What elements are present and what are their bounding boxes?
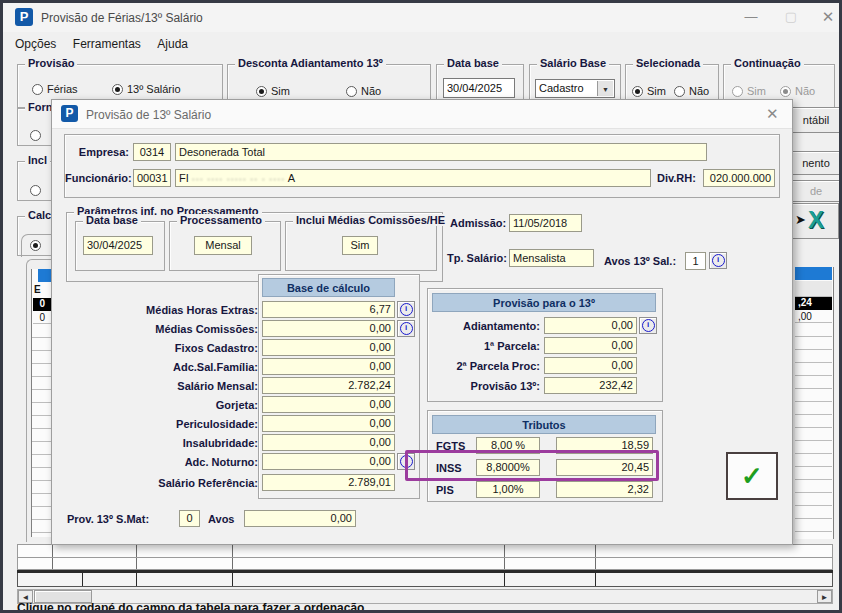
radio-continuacao-sim-circle (732, 86, 743, 97)
radio-desconta-sim[interactable]: Sim (256, 81, 290, 99)
prov-mat-avos-field[interactable]: 0,00 (244, 510, 356, 527)
bc-row-field[interactable]: 2.789,01 (262, 474, 395, 491)
radio-continuacao-sim: Sim (732, 81, 766, 99)
prov-mat-field[interactable]: 0 (179, 510, 200, 527)
tributos-box: Tributos FGTS 8,00 % 18,59 INSS 8,8000% … (427, 410, 663, 502)
menu-ajuda[interactable]: Ajuda (151, 32, 194, 56)
excel-export-button[interactable]: ➤ X (791, 203, 839, 239)
empresa-name-field[interactable]: Desonerada Total (175, 143, 707, 161)
bc-row-field[interactable]: 0,00 (262, 415, 395, 432)
p13-info-button[interactable]: i (639, 317, 657, 334)
scroll-right-icon[interactable]: ► (817, 590, 832, 603)
avos-label: Avos 13º Sal.: (604, 255, 676, 267)
dialog-provisao-13: P Provisão de 13º Salário ✕ Empresa: 031… (51, 99, 793, 545)
div-rh-label: Div.RH: (657, 172, 696, 184)
table-row[interactable] (17, 557, 833, 570)
bg-button-processamento[interactable]: nento (791, 151, 841, 175)
bc-row-field[interactable]: 0,00 (262, 434, 395, 451)
avos-info-button[interactable]: i (709, 252, 727, 269)
radio-selecionada-nao-circle[interactable] (674, 86, 685, 97)
close-button[interactable]: ✕ (815, 7, 841, 27)
p13-row-field[interactable]: 232,42 (544, 377, 637, 394)
bg-button-contabil[interactable]: ntábil (791, 107, 841, 133)
bc-row-field[interactable]: 0,00 (262, 358, 395, 375)
avos-field[interactable]: 1 (685, 252, 706, 270)
bg-grid-right-row[interactable]: ,00 (795, 311, 832, 323)
radio-ferias-label: Férias (47, 83, 78, 95)
chevron-down-icon[interactable]: ▼ (597, 81, 613, 96)
bg-radio-fragment (30, 185, 41, 196)
p13-row-field[interactable]: 0,00 (544, 357, 637, 374)
dialog-title: Provisão de 13º Salário (86, 106, 211, 124)
menu-ferramentas[interactable]: Ferramentas (67, 32, 147, 56)
dialog-title-bar: P Provisão de 13º Salário ✕ (52, 100, 792, 129)
bc-info-button[interactable]: i (397, 453, 415, 470)
parametros-processamento-label: Processamento (177, 214, 265, 226)
bg-grid-left-header: E (34, 284, 52, 296)
radio-selecionada-nao[interactable]: Não (674, 81, 709, 99)
p13-row-field[interactable]: 0,00 (544, 337, 637, 354)
bc-info-button[interactable]: i (397, 320, 415, 337)
bg-grid-left-selected-row[interactable]: 0 (33, 298, 52, 311)
parametros-data-base-field[interactable]: 30/04/2025 (83, 236, 153, 255)
tp-salario-label: Tp. Salário: (447, 252, 507, 264)
group-provisao-label: Provisão (25, 57, 77, 69)
tributo-value-field[interactable]: 18,59 (556, 437, 653, 454)
menu-opcoes[interactable]: Opções (9, 32, 62, 56)
group-salario-base-label: Salário Base (537, 57, 609, 69)
radio-desconta-nao[interactable]: Não (346, 81, 381, 99)
salario-base-select[interactable]: Cadastro ▼ (535, 79, 615, 98)
bc-info-button[interactable]: i (397, 301, 415, 318)
bc-row-field[interactable]: 0,00 (262, 320, 395, 337)
tributo-rate-field[interactable]: 8,8000% (476, 459, 540, 476)
funcionario-name-field[interactable]: FI ··· ···· ····· ·· · ···· A (175, 169, 651, 187)
radio-selecionada-sim-circle[interactable] (632, 86, 643, 97)
tributo-rate-field[interactable]: 1,00% (476, 481, 540, 498)
bg-tab-fragment (21, 234, 52, 257)
tributo-value-field[interactable]: 20,45 (556, 459, 653, 476)
tributo-value-field[interactable]: 2,32 (556, 481, 653, 498)
parametros-inclui-medias-field[interactable]: Sim (342, 236, 378, 255)
radio-selecionada-sim[interactable]: Sim (632, 81, 666, 99)
bc-row-field[interactable]: 2.782,24 (262, 377, 395, 394)
radio-ferias[interactable]: Férias (32, 79, 78, 97)
admissao-field[interactable]: 11/05/2018 (509, 214, 582, 232)
radio-selecionada-sim-label: Sim (647, 85, 666, 97)
p13-row-label: 2ª Parcela Proc: (432, 360, 540, 372)
div-rh-field[interactable]: 020.000.000 (703, 169, 775, 187)
bg-grid-left-blue-header-cell (38, 269, 52, 282)
table-footer-row[interactable] (17, 573, 833, 587)
confirm-button[interactable]: ✓ (726, 452, 778, 500)
tp-salario-field[interactable]: Mensalista (509, 249, 594, 267)
radio-continuacao-nao: Não (780, 81, 815, 99)
radio-desconta-nao-circle[interactable] (346, 86, 357, 97)
bc-row-field[interactable]: 0,00 (262, 339, 395, 356)
p13-row-field[interactable]: 0,00 (544, 317, 637, 334)
radio-13-salario[interactable]: 13º Salário (112, 79, 181, 97)
dialog-app-icon: P (61, 105, 78, 122)
bc-row-field[interactable]: 0,00 (262, 453, 395, 470)
bc-row-field[interactable]: 6,77 (262, 301, 395, 318)
dialog-close-icon[interactable]: ✕ (766, 105, 779, 123)
parametros-processamento-field[interactable]: Mensal (194, 236, 252, 255)
minimize-button[interactable]: — (738, 7, 764, 27)
status-bar-text: Clique no rodapé do campo da tabela para… (17, 601, 368, 613)
bc-row-field[interactable]: 0,00 (262, 396, 395, 413)
parametros-inclui-medias-group: Inclui Médias Comissões/HE Sim (285, 221, 437, 271)
bg-grid-left-row[interactable]: 0 (33, 312, 52, 324)
radio-desconta-sim-circle[interactable] (256, 86, 267, 97)
funcionario-code-field[interactable]: 00031 (133, 169, 171, 187)
maximize-button: ▢ (778, 7, 804, 27)
funcionario-label: Funcionário: (65, 172, 129, 184)
salario-base-value: Cadastro (539, 82, 584, 94)
info-icon: i (400, 303, 413, 316)
tributo-rate-field[interactable]: 8,00 % (476, 437, 540, 454)
empresa-code-field[interactable]: 0314 (133, 143, 171, 161)
funcionario-name-suffix: A (288, 172, 295, 184)
bg-grid-right-selected-row[interactable]: ,24 (795, 297, 832, 310)
radio-13-salario-circle[interactable] (112, 84, 123, 95)
data-base-input[interactable]: 30/04/2025 (443, 78, 515, 98)
radio-desconta-nao-label: Não (361, 85, 381, 97)
radio-ferias-circle[interactable] (32, 84, 43, 95)
table-row[interactable] (17, 544, 833, 557)
